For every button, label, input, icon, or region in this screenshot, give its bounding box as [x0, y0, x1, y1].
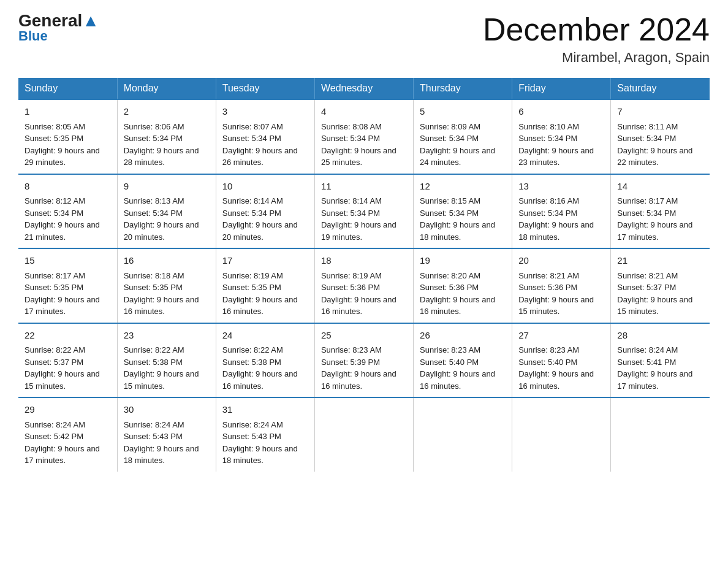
calendar-cell: 8 Sunrise: 8:12 AMSunset: 5:34 PMDayligh…: [18, 174, 117, 249]
day-info: Sunrise: 8:15 AMSunset: 5:34 PMDaylight:…: [420, 196, 495, 242]
month-title: December 2024: [483, 12, 710, 47]
day-number: 7: [617, 105, 703, 119]
day-number: 29: [25, 403, 111, 417]
calendar-cell: 13 Sunrise: 8:16 AMSunset: 5:34 PMDaylig…: [512, 174, 611, 249]
day-info: Sunrise: 8:22 AMSunset: 5:37 PMDaylight:…: [25, 345, 100, 391]
day-info: Sunrise: 8:11 AMSunset: 5:34 PMDaylight:…: [617, 122, 692, 167]
calendar-cell: [314, 397, 413, 472]
calendar-body: 1 Sunrise: 8:05 AMSunset: 5:35 PMDayligh…: [18, 99, 710, 472]
calendar-cell: 22 Sunrise: 8:22 AMSunset: 5:37 PMDaylig…: [18, 323, 117, 398]
day-number: 30: [124, 403, 210, 417]
day-info: Sunrise: 8:14 AMSunset: 5:34 PMDaylight:…: [222, 196, 298, 242]
week-row-1: 1 Sunrise: 8:05 AMSunset: 5:35 PMDayligh…: [18, 99, 710, 174]
day-number: 14: [617, 180, 703, 194]
day-number: 6: [518, 105, 604, 119]
day-number: 3: [222, 105, 308, 119]
day-number: 26: [420, 329, 506, 343]
calendar-cell: 10 Sunrise: 8:14 AMSunset: 5:34 PMDaylig…: [216, 174, 314, 249]
day-number: 18: [321, 254, 407, 268]
day-info: Sunrise: 8:16 AMSunset: 5:34 PMDaylight:…: [518, 196, 594, 242]
calendar-header: SundayMondayTuesdayWednesdayThursdayFrid…: [18, 78, 710, 99]
calendar-cell: 14 Sunrise: 8:17 AMSunset: 5:34 PMDaylig…: [611, 174, 710, 249]
day-number: 28: [617, 329, 703, 343]
day-info: Sunrise: 8:21 AMSunset: 5:36 PMDaylight:…: [518, 271, 594, 316]
day-info: Sunrise: 8:05 AMSunset: 5:35 PMDaylight:…: [25, 122, 100, 167]
calendar-cell: 18 Sunrise: 8:19 AMSunset: 5:36 PMDaylig…: [314, 248, 413, 323]
day-number: 16: [124, 254, 210, 268]
calendar-cell: 26 Sunrise: 8:23 AMSunset: 5:40 PMDaylig…: [414, 323, 512, 398]
day-info: Sunrise: 8:19 AMSunset: 5:36 PMDaylight:…: [321, 271, 396, 316]
calendar-cell: 27 Sunrise: 8:23 AMSunset: 5:40 PMDaylig…: [512, 323, 611, 398]
header-wednesday: Wednesday: [314, 78, 413, 99]
day-number: 19: [420, 254, 506, 268]
header-friday: Friday: [512, 78, 611, 99]
day-info: Sunrise: 8:23 AMSunset: 5:40 PMDaylight:…: [518, 345, 594, 391]
calendar-cell: 3 Sunrise: 8:07 AMSunset: 5:34 PMDayligh…: [216, 99, 314, 174]
day-number: 8: [25, 180, 111, 194]
week-row-5: 29 Sunrise: 8:24 AMSunset: 5:42 PMDaylig…: [18, 397, 710, 472]
day-number: 2: [124, 105, 210, 119]
day-info: Sunrise: 8:14 AMSunset: 5:34 PMDaylight:…: [321, 196, 396, 242]
day-info: Sunrise: 8:08 AMSunset: 5:34 PMDaylight:…: [321, 122, 396, 167]
day-info: Sunrise: 8:07 AMSunset: 5:34 PMDaylight:…: [222, 122, 298, 167]
calendar-cell: [512, 397, 611, 472]
calendar-cell: 5 Sunrise: 8:09 AMSunset: 5:34 PMDayligh…: [414, 99, 512, 174]
day-info: Sunrise: 8:22 AMSunset: 5:38 PMDaylight:…: [222, 345, 298, 391]
day-number: 20: [518, 254, 604, 268]
day-number: 24: [222, 329, 308, 343]
day-info: Sunrise: 8:24 AMSunset: 5:43 PMDaylight:…: [222, 420, 298, 465]
calendar-cell: 16 Sunrise: 8:18 AMSunset: 5:35 PMDaylig…: [117, 248, 216, 323]
calendar-cell: 12 Sunrise: 8:15 AMSunset: 5:34 PMDaylig…: [414, 174, 512, 249]
day-info: Sunrise: 8:13 AMSunset: 5:34 PMDaylight:…: [124, 196, 199, 242]
week-row-3: 15 Sunrise: 8:17 AMSunset: 5:35 PMDaylig…: [18, 248, 710, 323]
week-row-4: 22 Sunrise: 8:22 AMSunset: 5:37 PMDaylig…: [18, 323, 710, 398]
calendar-cell: 1 Sunrise: 8:05 AMSunset: 5:35 PMDayligh…: [18, 99, 117, 174]
calendar-cell: 28 Sunrise: 8:24 AMSunset: 5:41 PMDaylig…: [611, 323, 710, 398]
day-info: Sunrise: 8:23 AMSunset: 5:40 PMDaylight:…: [420, 345, 495, 391]
header-thursday: Thursday: [414, 78, 512, 99]
page-header: General▲ Blue December 2024 Mirambel, Ar…: [18, 12, 710, 66]
logo: General▲ Blue: [18, 12, 99, 44]
day-number: 5: [420, 105, 506, 119]
calendar-cell: 21 Sunrise: 8:21 AMSunset: 5:37 PMDaylig…: [611, 248, 710, 323]
day-number: 23: [124, 329, 210, 343]
day-info: Sunrise: 8:18 AMSunset: 5:35 PMDaylight:…: [124, 271, 199, 316]
day-number: 31: [222, 403, 308, 417]
day-info: Sunrise: 8:06 AMSunset: 5:34 PMDaylight:…: [124, 122, 199, 167]
location-title: Mirambel, Aragon, Spain: [483, 50, 710, 66]
calendar-cell: 25 Sunrise: 8:23 AMSunset: 5:39 PMDaylig…: [314, 323, 413, 398]
day-info: Sunrise: 8:21 AMSunset: 5:37 PMDaylight:…: [617, 271, 692, 316]
day-number: 9: [124, 180, 210, 194]
logo-triangle-icon: ▲: [82, 11, 99, 30]
logo-blue: Blue: [18, 28, 48, 44]
day-info: Sunrise: 8:19 AMSunset: 5:35 PMDaylight:…: [222, 271, 298, 316]
calendar-cell: 11 Sunrise: 8:14 AMSunset: 5:34 PMDaylig…: [314, 174, 413, 249]
calendar-cell: 7 Sunrise: 8:11 AMSunset: 5:34 PMDayligh…: [611, 99, 710, 174]
day-number: 15: [25, 254, 111, 268]
day-info: Sunrise: 8:23 AMSunset: 5:39 PMDaylight:…: [321, 345, 396, 391]
calendar-cell: 15 Sunrise: 8:17 AMSunset: 5:35 PMDaylig…: [18, 248, 117, 323]
day-info: Sunrise: 8:24 AMSunset: 5:41 PMDaylight:…: [617, 345, 692, 391]
calendar-cell: 29 Sunrise: 8:24 AMSunset: 5:42 PMDaylig…: [18, 397, 117, 472]
calendar-cell: 23 Sunrise: 8:22 AMSunset: 5:38 PMDaylig…: [117, 323, 216, 398]
day-number: 22: [25, 329, 111, 343]
header-tuesday: Tuesday: [216, 78, 314, 99]
logo-general: General▲: [18, 12, 99, 29]
header-saturday: Saturday: [611, 78, 710, 99]
calendar-table: SundayMondayTuesdayWednesdayThursdayFrid…: [18, 78, 710, 472]
calendar-cell: 31 Sunrise: 8:24 AMSunset: 5:43 PMDaylig…: [216, 397, 314, 472]
header-row: SundayMondayTuesdayWednesdayThursdayFrid…: [18, 78, 710, 99]
calendar-cell: 17 Sunrise: 8:19 AMSunset: 5:35 PMDaylig…: [216, 248, 314, 323]
calendar-cell: [414, 397, 512, 472]
day-number: 17: [222, 254, 308, 268]
title-block: December 2024 Mirambel, Aragon, Spain: [483, 12, 710, 66]
calendar-cell: 4 Sunrise: 8:08 AMSunset: 5:34 PMDayligh…: [314, 99, 413, 174]
day-info: Sunrise: 8:24 AMSunset: 5:43 PMDaylight:…: [124, 420, 199, 465]
day-number: 12: [420, 180, 506, 194]
day-number: 4: [321, 105, 407, 119]
day-number: 27: [518, 329, 604, 343]
day-number: 25: [321, 329, 407, 343]
day-number: 21: [617, 254, 703, 268]
calendar-cell: [611, 397, 710, 472]
calendar-cell: 24 Sunrise: 8:22 AMSunset: 5:38 PMDaylig…: [216, 323, 314, 398]
